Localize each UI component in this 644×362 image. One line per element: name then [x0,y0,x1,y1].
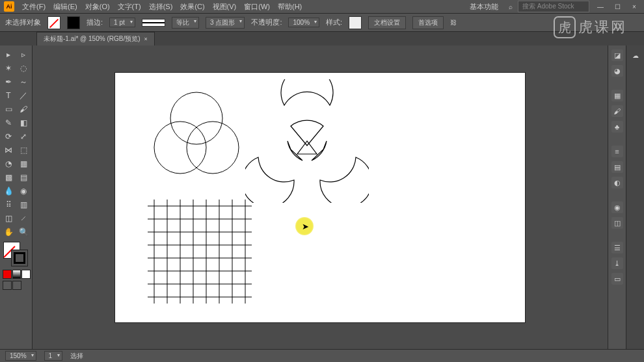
titlebar: Ai 文件(F) 编辑(E) 对象(O) 文字(T) 选择(S) 效果(C) 视… [0,0,644,13]
menu-view[interactable]: 视图(V) [213,2,237,12]
none-swatch[interactable] [21,270,31,279]
cursor-icon: ➤ [302,222,309,231]
free-transform-tool[interactable]: ⬚ [16,144,31,157]
gradient-tool[interactable]: ▤ [16,171,31,184]
menu-object[interactable]: 对象(O) [85,2,110,12]
menu-edit[interactable]: 编辑(E) [53,2,77,12]
mesh-tool[interactable]: ▩ [1,171,16,184]
zoom-tool[interactable]: 🔍 [16,226,31,239]
svg-point-0 [170,92,222,144]
hand-tool[interactable]: ✋ [1,226,16,239]
rectangle-tool[interactable]: ▭ [1,103,16,116]
shape-builder-tool[interactable]: ◔ [1,157,16,170]
menu-type[interactable]: 文字(T) [118,2,141,12]
slice-tool[interactable]: ⟋ [16,212,31,225]
document-tabbar: 未标题-1.ai* @ 150% (RGB/预览) × [0,31,644,45]
opacity-dropdown[interactable]: 100% [288,18,319,27]
gradient-panel-icon[interactable]: ▤ [611,161,623,173]
chain-icon[interactable]: ⛓ [450,19,457,26]
symbols-panel-icon[interactable]: ♣ [611,121,623,133]
close-button[interactable]: × [628,2,640,11]
divided-shapes [245,79,369,203]
artboard-tool[interactable]: ◫ [1,212,16,225]
menu-file[interactable]: 文件(F) [22,2,46,12]
rotate-tool[interactable]: ⟳ [1,130,16,143]
right-dock: ◪ ◕ ▦ 🖌 ♣ ≡ ▤ ◐ ◉ ◫ ☰ ⤓ ▭ [608,45,626,349]
current-tool-label: 选择 [70,352,83,361]
control-bar: 未选择对象 描边: 1 pt 等比 3 点圆形 不透明度: 100% 样式: 文… [0,13,644,31]
direct-selection-tool[interactable]: ▹ [16,48,31,61]
stroke-swatch[interactable] [67,16,80,29]
magic-wand-tool[interactable]: ✶ [1,62,16,75]
gradient-swatch[interactable] [12,270,21,279]
artboard-nav-dropdown[interactable]: 1 [44,351,62,361]
color-swatch-1[interactable] [3,270,12,279]
stroke-label: 描边: [87,18,103,27]
minimize-button[interactable]: — [595,2,606,11]
lasso-tool[interactable]: ◌ [16,62,31,75]
curvature-tool[interactable]: ～ [16,75,31,88]
status-bar: 150% 1 选择 [0,349,644,362]
canvas[interactable]: ➤ [33,45,608,349]
menu-effect[interactable]: 效果(C) [180,2,204,12]
no-selection-label: 未选择对象 [5,18,41,27]
layers-panel-icon[interactable]: ☰ [611,242,623,253]
pen-tool[interactable]: ✒ [1,75,16,88]
right-dock-secondary: ☁ [626,45,644,349]
menubar: 文件(F) 编辑(E) 对象(O) 文字(T) 选择(S) 效果(C) 视图(V… [22,2,302,12]
artboard[interactable]: ➤ [115,73,525,322]
grid-shape [148,200,252,304]
asset-export-panel-icon[interactable]: ⤓ [611,257,623,269]
zoom-level-dropdown[interactable]: 150% [5,351,36,361]
appearance-panel-icon[interactable]: ◉ [611,201,623,213]
stroke-profile-dropdown[interactable]: 3 点圆形 [206,17,245,29]
preferences-button[interactable]: 首选项 [412,16,444,29]
color-guide-icon[interactable]: ◕ [611,65,623,77]
swatches-panel-icon[interactable]: ▦ [611,90,623,101]
screen-mode-2[interactable] [12,281,21,290]
line-tool[interactable]: ／ [16,89,31,102]
screen-mode-1[interactable] [3,281,12,290]
maximize-button[interactable]: ☐ [611,2,623,11]
style-label: 样式: [326,18,342,27]
libraries-panel-icon[interactable]: ☁ [632,52,639,59]
venn-circles [148,86,245,183]
workspace-switcher[interactable]: 基本功能 [464,2,503,12]
graphic-styles-panel-icon[interactable]: ◫ [611,217,623,229]
stroke-dash-dropdown[interactable] [142,19,165,27]
selection-tool[interactable]: ▸ [1,48,16,61]
column-graph-tool[interactable]: ▥ [16,198,31,211]
document-tab-label: 未标题-1.ai* @ 150% (RGB/预览) [44,34,141,44]
fill-swatch[interactable] [47,16,60,29]
stock-search-input[interactable]: 搜索 Adobe Stock [518,1,589,12]
stroke-weight-dropdown[interactable]: 1 pt [109,18,135,27]
app-logo: Ai [4,1,14,12]
svg-point-2 [187,122,239,174]
width-tool[interactable]: ⋈ [1,144,16,157]
stroke-panel-icon[interactable]: ≡ [611,146,623,157]
document-setup-button[interactable]: 文档设置 [368,16,406,29]
fill-stroke-control[interactable] [3,242,29,268]
document-tab[interactable]: 未标题-1.ai* @ 150% (RGB/预览) × [36,32,155,45]
artboards-panel-icon[interactable]: ▭ [611,273,623,285]
main-area: ▸▹ ✶◌ ✒～ T／ ▭🖌 ✎◧ ⟳⤢ ⋈⬚ ◔▦ ▩▤ 💧◉ ⠿▥ ◫⟋ ✋… [0,45,644,349]
menu-select[interactable]: 选择(S) [149,2,173,12]
paintbrush-tool[interactable]: 🖌 [16,103,31,116]
type-tool[interactable]: T [1,89,16,102]
blend-tool[interactable]: ◉ [16,185,31,198]
eraser-tool[interactable]: ◧ [16,116,31,129]
stroke-box[interactable] [11,250,28,266]
brushes-panel-icon[interactable]: 🖌 [611,105,623,117]
perspective-tool[interactable]: ▦ [16,157,31,170]
scale-tool[interactable]: ⤢ [16,130,31,143]
stroke-align-dropdown[interactable]: 等比 [172,17,199,29]
menu-window[interactable]: 窗口(W) [244,2,270,12]
tab-close-icon[interactable]: × [144,36,148,42]
symbol-sprayer-tool[interactable]: ⠿ [1,198,16,211]
color-panel-icon[interactable]: ◪ [611,49,623,61]
shaper-tool[interactable]: ✎ [1,116,16,129]
style-swatch[interactable] [349,16,362,29]
menu-help[interactable]: 帮助(H) [278,2,302,12]
transparency-panel-icon[interactable]: ◐ [611,177,623,188]
eyedropper-tool[interactable]: 💧 [1,185,16,198]
